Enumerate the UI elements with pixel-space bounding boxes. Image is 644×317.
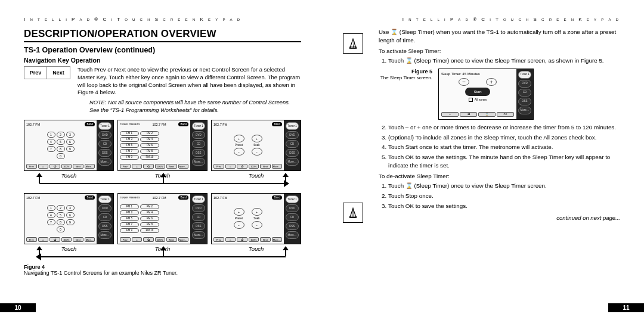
sleep-intro: Use ⌛ (Sleep Timer) when you want the TS…: [379, 28, 620, 45]
metronome-icon: [343, 203, 363, 223]
svg-marker-0: [350, 39, 356, 48]
step: Touch ⌛ (Sleep Timer) once to view the S…: [388, 182, 620, 190]
figure4-upper-row: 102.7 FMBand 123 456 789 0 Prev⌂⏻100%Nex…: [24, 120, 301, 171]
sleep-title: Sleep Timer: 45 Minutes: [441, 72, 480, 77]
left-page: I n t e l l i P a d ® C i T o u c h S c …: [0, 0, 325, 317]
figure5-caption: Figure 5 The Sleep Timer screen.: [379, 69, 432, 82]
prev-loop-arrow: [24, 252, 301, 260]
prev-next-key-illustration: Prev Next: [24, 66, 70, 79]
figure4-lower-row: 102.7 FMBand 123 456 789 0 Prev⌂⏻100%Nex…: [24, 193, 301, 244]
band-button: Band: [85, 122, 95, 126]
page-number-left: 10: [0, 303, 36, 312]
figure4-caption: Figure 4 Navigating TS-1 Control Screens…: [24, 264, 301, 276]
running-head-left: I n t e l l i P a d ® C i T o u c h S c …: [24, 17, 301, 22]
sleep-timer-screen: Sleep Timer: 45 Minutes − + Start All zo…: [438, 69, 534, 120]
prev-key: Prev: [24, 67, 47, 79]
continued-label: continued on next page...: [379, 214, 620, 222]
step: Touch – or + one or more times to decrea…: [388, 123, 620, 132]
nav-key-heading: Navigation Key Operation: [24, 57, 301, 64]
to-deactivate-heading: To de-activate Sleep Timer:: [379, 172, 620, 181]
control-screen-seek: 102.7 FMBand +Preset− +Seek− Prev⌂⏻100%N…: [211, 120, 301, 171]
to-activate-heading: To activate Sleep Timer:: [379, 47, 620, 55]
step: Touch OK to save the settings.: [388, 202, 620, 210]
metronome-icon: [343, 33, 363, 54]
control-screen-presets: TUNER PRESETS102.7 FMBand FM 1FM 2 FM 3F…: [117, 193, 208, 244]
freq-readout: 102.7 FM: [26, 123, 40, 126]
page-number-right: 11: [608, 303, 644, 312]
step: Touch ⌛ (Sleep Timer) once to view the S…: [388, 57, 620, 65]
subsection-title: TS-1 Operation Overview (continued): [24, 46, 301, 54]
control-screen-seek: 102.7 FMBand +Preset− +Seek− Prev⌂⏻100%N…: [211, 193, 301, 244]
control-screen-keypad: 102.7 FMBand 123 456 789 0 Prev⌂⏻100%Nex…: [24, 120, 114, 171]
control-screen-presets: TUNER PRESETS102.7 FMBand FM 1FM 2 FM 3F…: [117, 120, 208, 171]
step: (Optional) To include all zones in the S…: [388, 133, 620, 142]
control-screen-keypad: 102.7 FMBand 123 456 789 0 Prev⌂⏻100%Nex…: [24, 193, 114, 244]
deactivate-steps: Touch ⌛ (Sleep Timer) once to view the S…: [388, 182, 620, 210]
nav-note: NOTE: Not all source components will hav…: [89, 99, 301, 114]
activate-steps: Touch ⌛ (Sleep Timer) once to view the S…: [388, 57, 620, 65]
section-title: DESCRIPTION/OPERATION OVERVIEW: [24, 28, 301, 42]
running-head-right: I n t e l l i P a d ® C i T o u c h S c …: [343, 17, 620, 22]
step: Touch Stop once.: [388, 192, 620, 200]
right-page: I n t e l l i P a d ® C i T o u c h S c …: [325, 0, 644, 317]
next-key: Next: [47, 67, 70, 79]
all-zones-checkbox: All zones: [475, 98, 487, 102]
nav-paragraph: Touch Prev or Next once to view the prev…: [78, 66, 301, 97]
activate-steps-cont: Touch – or + one or more times to decrea…: [388, 123, 620, 170]
sleep-start-button: Start: [465, 88, 490, 96]
next-loop-arrow: [24, 179, 301, 187]
step: Touch OK to save the settings. The minut…: [388, 153, 620, 170]
step: Touch Start once to start the timer. The…: [388, 143, 620, 151]
